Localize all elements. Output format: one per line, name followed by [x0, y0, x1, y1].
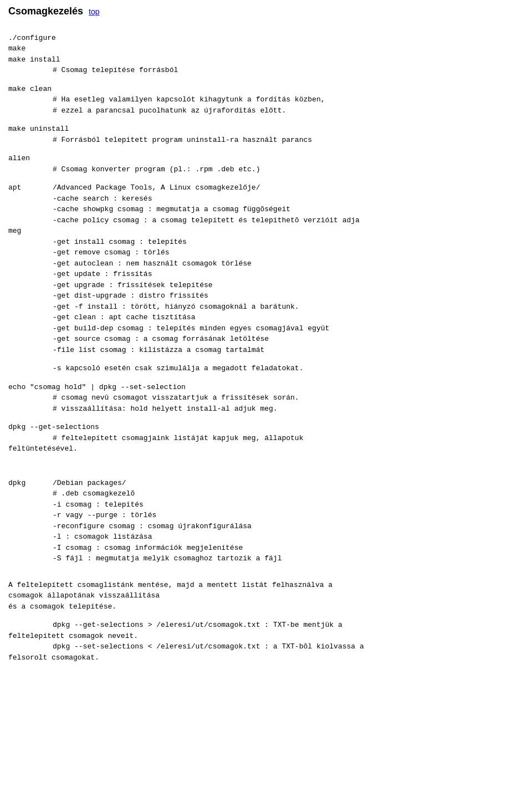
- content-line-indented: -I csomag : csomag információk megjelení…: [8, 543, 524, 554]
- content-line-indented: -get upgrade : frissítések telepítése: [8, 280, 524, 291]
- content-line-indented: -S fájl : megmutatja melyik csomaghoz ta…: [8, 553, 524, 564]
- term-label: alien: [8, 153, 53, 164]
- content-line-indented: -get update : frissítás: [8, 269, 524, 280]
- content-line: make clean: [8, 84, 524, 95]
- content-line-indented: -get source csomag : a csomag forrásának…: [8, 334, 524, 345]
- content-line: A feltelepített csomaglistánk mentése, m…: [8, 580, 524, 591]
- content-line-indented: # Csomag telepítése forrásból: [8, 65, 524, 76]
- main-content: ./configuremakemake install# Csomag tele…: [8, 22, 524, 663]
- term-row: meg: [8, 226, 524, 237]
- blank-line: [8, 572, 524, 580]
- content-line-indented: -r vagy --purge : törlés: [8, 510, 524, 521]
- content-line: felsorolt csomagokat.: [8, 652, 524, 663]
- content-line: és a csomagok telepítése.: [8, 601, 524, 612]
- page-title: Csomagkezelés: [8, 6, 83, 17]
- content-line-indented: # feltelepített csomagjaink listáját kap…: [8, 433, 524, 444]
- content-line: echo "csomag hold" | dpkg --set-selectio…: [8, 382, 524, 393]
- term-label: apt: [8, 182, 53, 193]
- term-row: apt/Advanced Package Tools, A Linux csom…: [8, 182, 524, 193]
- content-line-indented: -get install csomag : telepítés: [8, 237, 524, 248]
- content-line-indented: # csomag nevû csomagot visszatartjuk a f…: [8, 392, 524, 403]
- content-line-indented: -i csomag : telepítés: [8, 499, 524, 510]
- content-line-indented: -cache search : keresés: [8, 193, 524, 205]
- content-line-indented: -cache policy csomag : a csomag telepíte…: [8, 215, 524, 226]
- blank-line: [8, 355, 524, 363]
- term-label: meg: [8, 226, 53, 237]
- content-line-indented: # ezzel a parancsal pucolhatunk az újraf…: [8, 105, 524, 116]
- blank-line: [8, 76, 524, 84]
- term-label: dpkg: [8, 478, 53, 489]
- content-line-indented: -cache showpkg csomag : megmutatja a cso…: [8, 204, 524, 215]
- content-line-indented: -get autoclean : nem használt csomagok t…: [8, 258, 524, 269]
- content-line: feltûntetésével.: [8, 443, 524, 454]
- content-line: feltelepített csomagok neveit.: [8, 631, 524, 642]
- content-line: ./configure: [8, 33, 524, 44]
- content-line-indented: -get remove csomag : törlés: [8, 247, 524, 258]
- page-header: Csomagkezelés top: [8, 6, 524, 17]
- content-line: dpkg --get-selections: [8, 422, 524, 433]
- blank-line: [8, 374, 524, 382]
- content-line: csomagok állapotának visszaállítása: [8, 590, 524, 601]
- content-line: make uninstall: [8, 124, 524, 135]
- blank-line: [8, 462, 524, 470]
- content-line-indented: dpkg --get-selections > /eleresi/ut/csom…: [8, 620, 524, 631]
- content-line-indented: -get -f install : törött, hiányzó csomag…: [8, 302, 524, 313]
- content-line-indented: # Ha esetleg valamilyen kapcsolót kihagy…: [8, 94, 524, 105]
- blank-line: [8, 564, 524, 572]
- content-line: make: [8, 43, 524, 54]
- blank-line: [8, 145, 524, 153]
- content-line-indented: # visszaállítása: hold helyett install-a…: [8, 403, 524, 415]
- blank-line: [8, 612, 524, 620]
- content-line-indented: -reconfigure csomag : csomag újrakonfigu…: [8, 521, 524, 532]
- content-line-indented: # Csomag konverter program (pl.: .rpm .d…: [8, 164, 524, 175]
- blank-line: [8, 116, 524, 124]
- content-line-indented: -l : csomagok listázása: [8, 532, 524, 543]
- content-line-indented: dpkg --set-selections < /eleresi/ut/csom…: [8, 641, 524, 652]
- term-content: /Advanced Package Tools, A Linux csomagk…: [53, 182, 260, 193]
- blank-line: [8, 414, 524, 422]
- blank-line: [8, 175, 524, 182]
- blank-line: [8, 454, 524, 462]
- content-line: make install: [8, 54, 524, 65]
- content-line-indented: -get dist-upgrade : distro frissítés: [8, 290, 524, 302]
- content-line-indented: -get clean : apt cache tisztítása: [8, 312, 524, 323]
- content-line-indented: -s kapcsoló esetén csak szimulálja a meg…: [8, 363, 524, 374]
- term-row: alien: [8, 153, 524, 164]
- term-row: dpkg/Debian packages/: [8, 478, 524, 489]
- content-line-indented: # .deb csomagkezelõ: [8, 488, 524, 499]
- term-content: /Debian packages/: [53, 478, 126, 489]
- content-line-indented: # Forrásból telepített program uninstall…: [8, 135, 524, 146]
- blank-line: [8, 470, 524, 478]
- top-link[interactable]: top: [89, 7, 99, 16]
- content-line-indented: -get build-dep csomag : telepítés minden…: [8, 323, 524, 334]
- content-line-indented: -file list csomag : kilistázza a csomag …: [8, 345, 524, 356]
